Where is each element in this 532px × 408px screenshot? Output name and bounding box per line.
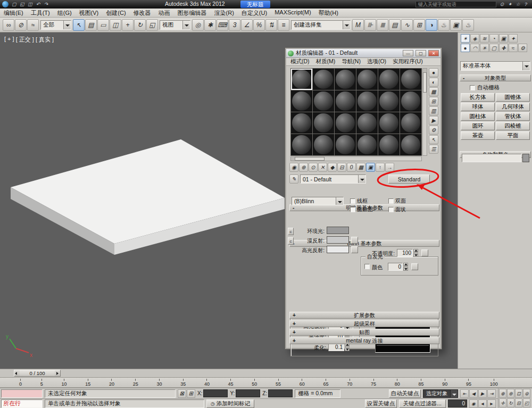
viewport-pov-menu[interactable]: [ 正交 ] [16, 36, 34, 44]
render-production-icon[interactable]: ♨ [462, 19, 474, 31]
go-forward-icon[interactable]: → [385, 163, 394, 172]
tab-motion-icon[interactable]: ◔ [489, 34, 498, 43]
x-value-field[interactable] [203, 389, 228, 397]
material-editor-menu-item[interactable]: 材质(M) [313, 58, 339, 65]
tab-hierarchy-icon[interactable]: ≋ [480, 34, 489, 43]
menu-item[interactable]: 组(G) [54, 9, 76, 17]
collapsed-rollout[interactable]: mental ray 连接 [289, 337, 439, 344]
object-type-button[interactable]: 长方体 [461, 93, 495, 102]
material-map-navigator-icon[interactable]: ☰ [429, 145, 438, 154]
object-type-button[interactable]: 平面 [496, 131, 530, 140]
keyboard-override-icon[interactable]: ⌨ [217, 19, 228, 31]
help-icon[interactable]: ? [522, 1, 530, 8]
dropdown-arrow-icon[interactable] [63, 21, 71, 29]
field-of-view-icon[interactable]: ⊚ [523, 389, 530, 398]
shader-type-dropdown[interactable]: (B)Blinn [292, 197, 344, 205]
make-preview-icon[interactable]: ▶ [429, 116, 438, 125]
select-by-name-icon[interactable]: ▤ [85, 19, 97, 31]
object-type-button[interactable]: 几何球体 [496, 103, 530, 111]
wireframe-checkbox[interactable] [350, 198, 355, 204]
category-geometry-icon[interactable]: ● [461, 44, 470, 52]
graphite-ribbon-icon[interactable]: ▤ [389, 19, 401, 31]
angle-snap-icon[interactable]: ∠ [241, 19, 253, 31]
show-map-in-viewport-icon[interactable]: ▦ [356, 163, 365, 172]
material-editor-icon[interactable]: ◑ [426, 19, 437, 31]
zoom-all-icon[interactable]: ⊛ [507, 389, 514, 398]
sample-vertical-scrollbar[interactable] [422, 68, 427, 156]
material-sample-slot[interactable] [400, 69, 421, 90]
unlink-selection-icon[interactable]: ⊘ [15, 19, 27, 31]
mirror-icon[interactable]: M [352, 19, 364, 31]
object-type-button[interactable]: 圆锥体 [496, 93, 530, 102]
put-to-library-icon[interactable]: ⊟ [337, 163, 346, 172]
menu-item[interactable]: 编辑(E) [0, 9, 27, 17]
search-icon[interactable]: ⊙ [498, 1, 506, 8]
orbit-icon[interactable]: ↻ [507, 398, 514, 407]
set-key-button[interactable]: 设置关键点 [365, 399, 397, 408]
lock-diffuse-specular-button[interactable] [288, 237, 294, 245]
material-sample-slot[interactable] [313, 134, 334, 155]
dropdown-arrow-icon[interactable] [522, 62, 530, 70]
rendered-frame-icon[interactable]: ▣ [450, 19, 462, 31]
object-name-field[interactable] [462, 154, 521, 162]
maximize-viewport-icon[interactable]: ◰ [523, 398, 530, 407]
make-unique-icon[interactable]: ◆ [328, 163, 337, 172]
communication-center-icon[interactable]: ✦ [506, 1, 514, 8]
render-setup-icon[interactable]: ♨ [438, 19, 450, 31]
align-icon[interactable]: ⊪ [364, 19, 376, 31]
current-frame-field[interactable]: 0 [448, 399, 467, 407]
material-sample-slot[interactable] [378, 134, 400, 155]
material-editor-menu-item[interactable]: 选项(O) [364, 58, 389, 65]
self-illum-value[interactable]: 0 [388, 263, 403, 271]
collapsed-rollout[interactable]: 扩展参数 [289, 312, 439, 319]
material-sample-slot[interactable] [291, 69, 312, 90]
layer-manager-icon[interactable]: ≣ [377, 19, 388, 31]
autogrid-checkbox[interactable] [470, 85, 475, 90]
menu-item[interactable]: 视图(V) [76, 9, 103, 17]
material-sample-slot[interactable] [313, 90, 334, 112]
two-sided-checkbox[interactable] [388, 198, 394, 204]
key-filters-button[interactable]: 关键点过滤器... [399, 399, 446, 408]
material-editor-options-icon[interactable]: ⚙ [429, 126, 438, 135]
dropdown-arrow-icon[interactable] [358, 175, 365, 183]
scroll-left-icon[interactable] [291, 157, 295, 161]
previous-key-icon[interactable]: ◄ [478, 399, 487, 408]
timeline-ruler[interactable]: 0510152025303540455055606570758085909510… [0, 377, 532, 388]
add-time-tag-button[interactable]: 添加时间标记 [206, 399, 254, 408]
scroll-thumb[interactable] [295, 157, 325, 161]
new-scene-icon[interactable]: ▢ [10, 1, 18, 8]
curve-editor-icon[interactable]: ∿ [401, 19, 413, 31]
show-end-result-icon[interactable]: ▣ [366, 163, 375, 172]
face-map-checkbox[interactable] [350, 207, 355, 212]
tab-utilities-icon[interactable]: ✦ [509, 34, 518, 43]
material-sample-slot[interactable] [378, 69, 400, 90]
redo-icon[interactable]: ↷ [42, 1, 50, 8]
select-and-link-icon[interactable]: ∞ [3, 19, 14, 31]
specular-map-button[interactable] [351, 246, 358, 253]
z-value-field[interactable] [268, 389, 293, 397]
window-crossing-icon[interactable]: ◫ [110, 19, 121, 31]
undo-icon[interactable]: ↶ [34, 1, 42, 8]
menu-item[interactable]: 图形编辑器 [174, 9, 211, 17]
menu-item[interactable]: 修改器 [130, 9, 155, 17]
schematic-view-icon[interactable]: ⊞ [413, 19, 425, 31]
category-shapes-icon[interactable]: ◠ [470, 44, 479, 52]
object-type-rollout[interactable]: 对象类型 [460, 74, 531, 81]
dropdown-arrow-icon[interactable] [182, 21, 190, 29]
maximize-button[interactable] [415, 50, 426, 56]
ambient-color-swatch[interactable] [327, 227, 349, 234]
material-name-dropdown[interactable]: 01 - Default [300, 174, 366, 184]
specular-color-swatch[interactable] [327, 246, 349, 253]
selection-filter-dropdown[interactable]: 全部 [40, 20, 71, 30]
use-pivot-center-icon[interactable]: ◎ [192, 19, 204, 31]
absolute-offset-icon[interactable]: ⊞ [187, 389, 195, 398]
diffuse-color-swatch[interactable] [327, 236, 349, 244]
dropdown-arrow-icon[interactable] [450, 390, 458, 397]
self-illum-spinner[interactable] [403, 263, 408, 271]
reference-coordinate-dropdown[interactable]: 视图 [160, 20, 190, 30]
material-sample-slot[interactable] [313, 112, 334, 134]
select-and-move-icon[interactable]: + [122, 19, 134, 31]
minimize-button[interactable] [403, 50, 413, 56]
dropdown-arrow-icon[interactable] [336, 197, 343, 205]
scroll-up-icon[interactable] [423, 69, 427, 72]
